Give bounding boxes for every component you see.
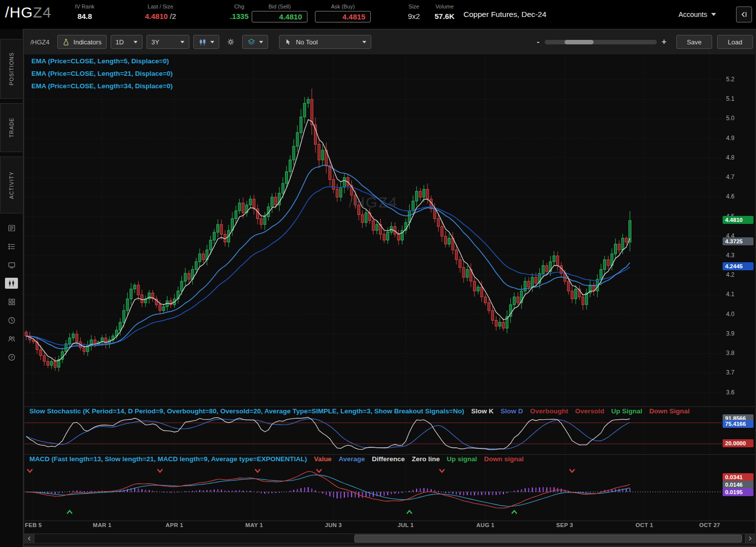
x-axis-label: SEP 3 <box>556 522 573 528</box>
toolbar-right-cluster: - + Save Load <box>537 35 753 49</box>
scrollbar-thumb[interactable] <box>354 535 742 543</box>
legend-item: Value <box>314 455 331 463</box>
drawing-tool-dropdown[interactable]: No Tool <box>279 35 371 49</box>
zoom-in-button[interactable]: + <box>662 37 666 46</box>
zoom-slider-thumb[interactable] <box>565 40 594 44</box>
instrument-description: Copper Futures, Dec-24 <box>463 0 546 29</box>
candlestick-plot <box>24 54 722 406</box>
ask-button[interactable]: 4.4815 <box>315 11 371 22</box>
price-tick: 5.2 <box>726 76 735 83</box>
pane-divider[interactable] <box>24 454 755 455</box>
save-button[interactable]: Save <box>676 35 712 49</box>
gear-icon <box>226 37 235 46</box>
price-tick: 4.6 <box>726 193 735 200</box>
stochastic-study-title[interactable]: Slow Stochastic (K Period=14, D Period=9… <box>29 407 464 415</box>
ema21-legend[interactable]: EMA (Price=CLOSE, Length=21, Displace=0) <box>31 70 172 77</box>
scrollbar-track[interactable] <box>34 534 745 543</box>
legend-item: Slow D <box>500 407 523 415</box>
zoom-slider[interactable] <box>545 40 657 44</box>
ema34-legend[interactable]: EMA (Price=CLOSE, Length=34, Displace=0) <box>31 82 172 90</box>
horizontal-scrollbar[interactable] <box>24 534 755 544</box>
symbol-root: /HG <box>5 4 33 20</box>
main-price-chart[interactable]: /HGZ4 EMA (Price=CLOSE, Length=5, Displa… <box>24 54 722 406</box>
quote-header: /HGZ4 IV Rank 84.8 Last / Size 4.4810 /2… <box>0 0 756 29</box>
legend-item: Zero line <box>412 455 440 463</box>
collapse-left-icon <box>740 10 748 18</box>
stochastic-legend: Slow Stochastic (K Period=14, D Period=9… <box>29 407 722 417</box>
range-dropdown[interactable]: 3Y <box>147 35 189 49</box>
load-button[interactable]: Load <box>717 35 753 49</box>
accounts-label: Accounts <box>678 10 707 18</box>
study-legend: EMA (Price=CLOSE, Length=5, Displace=0) … <box>31 57 172 90</box>
x-axis-label: OCT 27 <box>699 522 720 528</box>
price-bubble: 4.2445 <box>723 262 754 270</box>
size-field: Size 9x2 <box>403 3 425 20</box>
legend-item: Difference <box>372 455 405 463</box>
ema5-legend[interactable]: EMA (Price=CLOSE, Length=5, Displace=0) <box>31 57 172 65</box>
last-size: /2 <box>170 12 176 20</box>
tv-icon[interactable] <box>5 259 18 270</box>
volume-field: Volume 57.6K <box>430 3 459 20</box>
price-tick: 4.7 <box>726 174 735 181</box>
grid-icon[interactable] <box>5 296 18 307</box>
time-axis[interactable]: FEB 5MAR 1APR 1MAY 1JUN 3JUL 1AUG 1SEP 3… <box>24 521 722 532</box>
zoom-out-button[interactable]: - <box>537 37 539 46</box>
left-sidebar: POSITIONS TRADE ACTIVITY <box>0 29 23 547</box>
watchlist-icon[interactable] <box>5 241 18 252</box>
help-icon[interactable]: ? <box>5 352 18 363</box>
legend-item: Up signal <box>447 455 477 463</box>
stochastic-bubble: 20.0000 <box>723 439 754 447</box>
charts-icon[interactable] <box>5 278 18 289</box>
legend-item: Up Signal <box>611 407 642 415</box>
sidebar-tab-trade[interactable]: TRADE <box>0 103 22 152</box>
collapse-panel-button[interactable] <box>736 6 752 22</box>
macd-study-title[interactable]: MACD (Fast length=13, Slow length=21, MA… <box>29 455 307 463</box>
bid-button[interactable]: 4.4810 <box>252 11 307 22</box>
indicators-button[interactable]: Indicators <box>57 35 106 49</box>
chart-region: /HGZ4 EMA (Price=CLOSE, Length=5, Displa… <box>24 54 755 545</box>
style-dropdown[interactable] <box>242 35 268 49</box>
macd-pane[interactable]: MACD (Fast length=13, Slow length=21, MA… <box>24 454 722 521</box>
chart-settings-button[interactable] <box>223 35 238 49</box>
macd-bubble: 0.0341 <box>723 473 754 481</box>
chevron-down-icon <box>180 41 184 43</box>
cursor-icon <box>284 38 292 46</box>
sidebar-tab-activity[interactable]: ACTIVITY <box>0 157 22 213</box>
last-size-field: Last / Size 4.4810 /2 <box>131 3 190 20</box>
sidebar-tab-positions[interactable]: POSITIONS <box>0 39 22 99</box>
chart-watermark: /HGZ4 <box>349 194 398 211</box>
chevron-down-icon <box>210 41 214 43</box>
stochastic-bubble: 75.4166 <box>723 420 754 428</box>
chevron-down-icon <box>362 41 366 43</box>
pane-divider <box>24 521 755 521</box>
scroll-right-button[interactable] <box>745 534 755 543</box>
price-tick: 4.8 <box>726 154 735 161</box>
stochastic-pane[interactable]: Slow Stochastic (K Period=14, D Period=9… <box>24 406 722 454</box>
sidebar-tabs: POSITIONS TRADE ACTIVITY <box>0 39 23 213</box>
x-axis-label: JUN 3 <box>325 522 342 528</box>
chevron-down-icon <box>711 13 716 16</box>
chart-panel: /HGZ4 Indicators 1D 3Y <box>23 29 756 547</box>
price-axis[interactable]: 5.25.15.04.94.84.74.64.54.44.34.24.14.03… <box>723 54 755 545</box>
ask-field: Ask (Buy) 4.4815 <box>315 3 371 22</box>
toolbar-symbol: /HGZ4 <box>26 38 53 46</box>
scroll-left-button[interactable] <box>25 534 34 543</box>
clock-icon[interactable] <box>5 315 18 326</box>
last-size-label: Last / Size <box>131 3 190 9</box>
trading-app-window: /HGZ4 IV Rank 84.8 Last / Size 4.4810 /2… <box>0 0 756 547</box>
flask-icon <box>62 38 70 46</box>
chart-type-dropdown[interactable] <box>193 35 219 49</box>
price-tick: 4.9 <box>726 135 735 142</box>
accounts-dropdown[interactable]: Accounts <box>678 0 716 29</box>
price-tick: 3.7 <box>726 369 735 376</box>
timeframe-dropdown[interactable]: 1D <box>111 35 143 49</box>
svg-text:?: ? <box>10 355 13 360</box>
pane-divider[interactable] <box>24 406 755 407</box>
legend-item: Average <box>338 455 365 463</box>
range-value: 3Y <box>151 38 159 46</box>
users-icon[interactable] <box>5 333 18 344</box>
news-icon[interactable] <box>5 222 18 233</box>
size-value: 9x2 <box>403 12 425 20</box>
price-tick: 3.9 <box>726 330 735 337</box>
chevron-down-icon <box>134 41 138 43</box>
